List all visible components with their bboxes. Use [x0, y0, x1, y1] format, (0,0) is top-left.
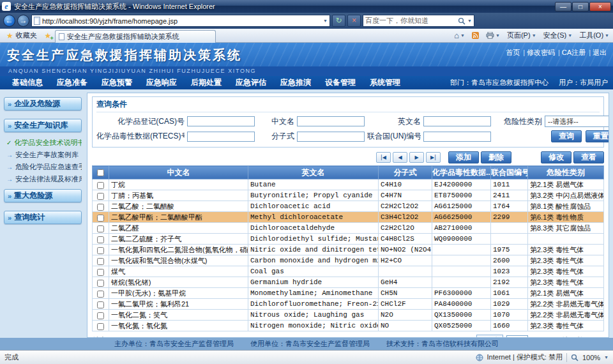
home-button[interactable]: ⌂▼ — [453, 30, 466, 42]
view-button[interactable]: 查看 — [573, 151, 604, 163]
sidebar-group-button[interactable]: » 查询统计 — [4, 211, 82, 224]
address-dropdown-icon[interactable]: ▼ — [323, 19, 328, 23]
table-row[interactable]: 一甲胺(无水)；氨基甲烷Monomethylamine; Aminomethan… — [93, 288, 604, 299]
cell-english-name: Nitrogen monoxide; Nitric oxide — [248, 321, 379, 331]
row-checkbox[interactable] — [97, 312, 104, 319]
sidebar-item[interactable]: →安全法律法规及标准库 — [6, 173, 82, 185]
browser-tab[interactable]: 安全生产应急救援指挥辅助决策系统 — [55, 30, 216, 43]
sidebar-group-button[interactable]: » 企业及危险源 — [4, 97, 82, 110]
un-number-input[interactable] — [423, 132, 491, 142]
zoom-level[interactable]: 100% — [582, 354, 600, 361]
nav-item[interactable]: 系统管理 — [363, 77, 407, 88]
row-checkbox[interactable] — [97, 225, 104, 232]
sidebar-group-button[interactable]: » 重大危险源 — [4, 189, 82, 202]
table-row[interactable]: 煤气Coal gas1023第2.3类 毒性气体 — [93, 266, 604, 277]
row-checkbox[interactable] — [97, 182, 104, 189]
header-link[interactable]: 修改密码 — [520, 48, 555, 57]
nav-item[interactable]: 应急准备 — [50, 77, 95, 88]
maximize-button[interactable]: □ — [572, 2, 589, 11]
close-button[interactable]: × — [589, 2, 611, 11]
table-row[interactable]: 二氯乙酸甲酯；二氯醋酸甲酯Methyl dichloroacetateC3H4C… — [93, 212, 604, 223]
search-box[interactable]: ▼ — [363, 15, 474, 27]
table-toolbar: |◀ ◀ ▶ ▶| 添加 删除 修改 查看 — [92, 151, 604, 163]
table-row[interactable]: 二氯二乙硫醚；芥子气Dichlorodiethyl sulfide; Musta… — [93, 234, 604, 245]
row-checkbox[interactable] — [97, 193, 104, 200]
search-icon[interactable] — [458, 17, 465, 25]
search-input[interactable] — [365, 17, 456, 25]
zoom-icon[interactable] — [571, 354, 579, 361]
nav-item[interactable]: 后期处置 — [184, 77, 229, 88]
formula-input[interactable] — [297, 132, 365, 142]
zoom-dropdown-icon[interactable]: ▼ — [604, 355, 609, 360]
forward-button[interactable]: → — [17, 15, 29, 27]
table-row[interactable]: 一氧化碳和氢气混合物(水煤气)Carbon monoxide and hydro… — [93, 255, 604, 266]
statusbar-divider — [566, 353, 567, 362]
nav-item[interactable]: 设备管理 — [318, 77, 363, 88]
search-dropdown-icon[interactable]: ▼ — [467, 19, 472, 23]
cell-formula: C4H8Cl2S — [379, 234, 432, 245]
table-row[interactable]: 二氯乙醛DichloroacetaldehydeC2H2Cl2OAB271000… — [93, 223, 604, 234]
tools-menu[interactable]: 工具(O)▼ — [578, 30, 610, 42]
table-row[interactable]: 一氧化氮；氧化氮Nitrogen monoxide; Nitric oxideN… — [93, 321, 604, 331]
modify-button[interactable]: 修改 — [541, 151, 571, 163]
stop-button[interactable]: × — [347, 15, 361, 27]
table-row[interactable]: 丁烷ButaneC4H10EJ42000001011第2.1类 易燃气体 — [93, 179, 604, 190]
print-button[interactable]: ▼ — [485, 30, 501, 42]
row-checkbox[interactable] — [97, 269, 104, 276]
header-link[interactable]: 首页 — [506, 48, 520, 57]
hazard-class-select[interactable]: --请选择-- — [545, 116, 609, 127]
table-row[interactable]: 一氟二氯甲烷；氟利昂21Dichlorofluoromethane; Freon… — [93, 299, 604, 310]
row-checkbox[interactable] — [97, 291, 104, 298]
row-checkbox[interactable] — [97, 280, 104, 287]
sidebar-item[interactable]: ✓化学品安全技术说明书 — [6, 137, 82, 149]
search-button[interactable]: 查询 — [551, 130, 582, 142]
cell-un-number: 1023 — [491, 266, 528, 277]
nav-item[interactable]: 应急响应 — [139, 77, 184, 88]
table-row[interactable]: 锗烷(氢化锗)Germanium hydrideGeH42192第2.3类 毒性… — [93, 277, 604, 288]
row-checkbox[interactable] — [97, 323, 104, 330]
address-input[interactable] — [42, 17, 321, 25]
row-checkbox[interactable] — [97, 258, 104, 265]
nav-item[interactable]: 应急预警 — [95, 77, 139, 88]
select-all-checkbox[interactable] — [97, 169, 104, 176]
rtecs-input[interactable] — [187, 132, 255, 142]
minimize-button[interactable]: — — [555, 2, 571, 11]
reset-button[interactable]: 重置 — [586, 130, 609, 142]
row-checkbox[interactable] — [97, 204, 104, 211]
last-page-button[interactable]: ▶| — [426, 152, 441, 163]
table-row[interactable]: 丁腈；丙基氰Butyronitrile; Propyl cyanideC4H7N… — [93, 190, 604, 201]
cas-input[interactable] — [187, 116, 255, 126]
row-checkbox[interactable] — [97, 247, 104, 254]
header-link[interactable]: 退出 — [586, 48, 607, 57]
safety-menu[interactable]: 安全(S)▼ — [542, 30, 574, 42]
nav-item[interactable]: 应急评估 — [229, 77, 273, 88]
row-checkbox[interactable] — [97, 301, 104, 308]
delete-button[interactable]: 删除 — [481, 151, 511, 163]
page-menu[interactable]: 页面(P)▼ — [506, 30, 538, 42]
favorites-button[interactable]: ★ 收藏夹 — [3, 30, 41, 42]
first-page-button[interactable]: |◀ — [376, 152, 391, 163]
nav-item[interactable]: 基础信息 — [5, 77, 50, 88]
header-links: 首页修改密码CA注册退出 — [506, 48, 607, 57]
add-button[interactable]: 添加 — [448, 151, 479, 163]
back-button[interactable]: ← — [3, 15, 15, 27]
row-checkbox[interactable] — [97, 236, 104, 243]
table-row[interactable]: 一氧化氮和四氧化二氮混合物(氮氧化物，硝酸气，氧化氮气体)Nitric oxid… — [93, 245, 604, 255]
sidebar-item[interactable]: →危险化学品应急速查手... — [6, 161, 82, 173]
sidebar-group-button[interactable]: » 安全生产知识库 — [4, 119, 82, 132]
next-page-button[interactable]: ▶ — [409, 152, 424, 163]
refresh-button[interactable]: ↻ — [332, 15, 345, 27]
header-link[interactable]: CA注册 — [555, 48, 586, 57]
arrow-right-icon: → — [6, 151, 13, 158]
add-favorite-button[interactable]: ★+ — [43, 31, 53, 40]
prev-page-button[interactable]: ◀ — [393, 152, 407, 163]
table-row[interactable]: 一氧化二氮；笑气Nitrous oxide; Laughing gasN2OQX… — [93, 310, 604, 321]
address-bar[interactable]: ▼ — [31, 15, 330, 27]
row-checkbox[interactable] — [97, 215, 104, 222]
english-name-input[interactable] — [423, 116, 491, 126]
sidebar-item[interactable]: →安全生产事故案例库 — [6, 149, 82, 161]
nav-item[interactable]: 应急推演 — [273, 77, 318, 88]
table-row[interactable]: 二氯乙酸；二氯醋酸Dichloroacetic acidC2H2Cl2O2AG6… — [93, 201, 604, 212]
chinese-name-input[interactable] — [297, 116, 365, 126]
feeds-button[interactable] — [471, 30, 480, 42]
